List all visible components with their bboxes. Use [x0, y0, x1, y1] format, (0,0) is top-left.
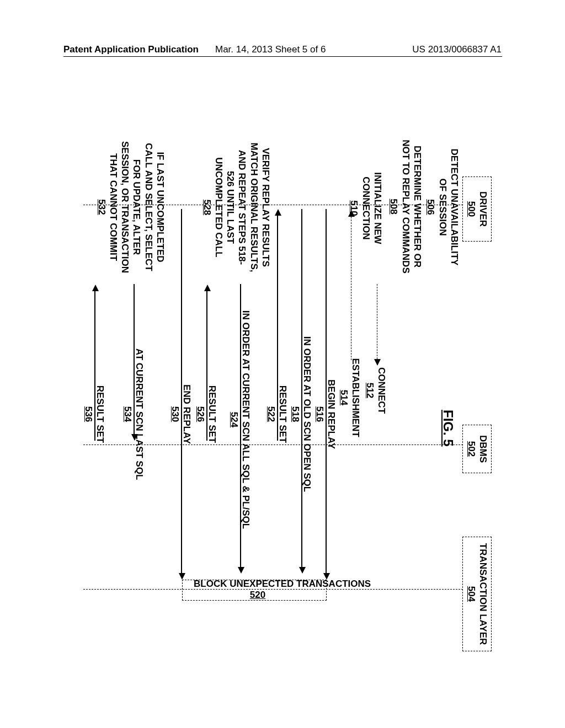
header-left: Patent Application Publication [63, 44, 199, 55]
driver-box: DRIVER 500 [463, 176, 492, 242]
msg-result-2: RESULT SET 526 [195, 386, 218, 443]
step-determine: DETERMINE WHETHER OR NOT TO REPLAY COMMA… [388, 139, 423, 274]
step-detect: DETECT UNAVAILABILITY OF SESSION 506 [425, 142, 460, 272]
msg-begin-replay: BEGIN REPLAY 516 [314, 379, 338, 449]
msg-result-3: RESULT SET 536 [83, 386, 106, 443]
header-rule [63, 56, 502, 57]
transaction-layer-box: TRANSACTION LAYER 504 [463, 537, 492, 651]
msg-end-replay: END REPLAY 530 [169, 384, 193, 444]
header-center: Mar. 14, 2013 Sheet 5 of 6 [215, 44, 326, 55]
step-lastcall: IF LAST UNCOMPLETED CALL AND SELECT, SEL… [96, 138, 167, 276]
msg-connect: CONNECT 512 [364, 367, 388, 414]
msg-in-order-open: IN ORDER AT OLD SCN OPEN SQL 518 [290, 336, 313, 492]
msg-result-1: RESULT SET 522 [265, 386, 289, 443]
dbms-box: DBMS 502 [463, 425, 492, 473]
msg-establishment: ESTABLISHMENT 514 [338, 358, 362, 437]
step-init: INITIALIZE NEW CONNECTION 510 [348, 140, 383, 277]
tl-bar-label: BLOCK UNEXPECTED TRANSACTIONS 520 [194, 579, 322, 601]
msg-in-order-all: IN ORDER AT CURRENT SCN ALL SQL & PL/SQL… [228, 311, 252, 529]
figure-label: FIG. 5 [440, 410, 456, 447]
msg-at-current: AT CURRENT SCN LAST SQL 534 [122, 349, 146, 480]
header-right: US 2013/0066837 A1 [412, 44, 502, 55]
sequence-diagram: FIG. 5 DRIVER 500 DBMS 502 TRANSACTION L… [76, 151, 489, 647]
step-verify: VERIFY REPLAY RESULTS MATCH ORIGINAL RES… [201, 142, 272, 272]
